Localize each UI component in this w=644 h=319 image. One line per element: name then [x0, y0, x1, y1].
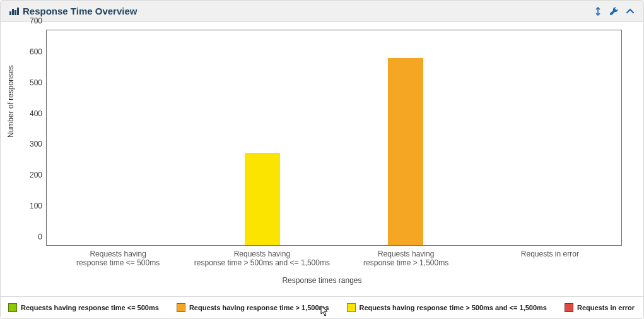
y-tick-label: 0	[38, 232, 42, 241]
y-axis-ticks: 0100200300400500600700	[21, 30, 46, 246]
y-tick-label: 300	[30, 140, 42, 148]
legend-label: Requests having response time <= 500ms	[21, 304, 159, 311]
x-tick-label: Requests havingresponse time <= 500ms	[46, 250, 190, 267]
x-axis-ticks: Requests havingresponse time <= 500msReq…	[46, 250, 622, 267]
panel-title: Response Time Overview	[9, 6, 137, 16]
x-tick-label: Requests in error	[478, 250, 622, 267]
panel-title-text: Response Time Overview	[23, 6, 137, 16]
y-tick-label: 500	[30, 78, 42, 87]
y-tick-label: 400	[30, 109, 42, 118]
y-axis-title: Number of responses	[6, 65, 15, 138]
legend-item[interactable]: Requests having response time <= 500ms	[8, 303, 159, 312]
legend-swatch	[565, 303, 573, 312]
legend: Requests having response time <= 500msRe…	[1, 296, 643, 318]
x-axis-title: Response times ranges	[9, 276, 635, 285]
chart-bar	[388, 58, 423, 245]
chart-bar	[245, 153, 280, 245]
panel-actions	[594, 7, 635, 16]
bar-chart-icon	[9, 8, 19, 15]
move-icon[interactable]	[594, 7, 602, 16]
legend-label: Requests having response time > 500ms an…	[360, 304, 547, 311]
legend-item[interactable]: Requests having response time > 1,500ms	[177, 303, 329, 312]
plot-area	[46, 30, 622, 246]
legend-label: Requests having response time > 1,500ms	[189, 304, 329, 311]
legend-swatch	[8, 303, 17, 312]
y-tick-label: 700	[30, 16, 42, 25]
panel-header: Response Time Overview	[1, 1, 643, 22]
legend-item[interactable]: Requests in error	[565, 303, 635, 312]
legend-label: Requests in error	[577, 304, 635, 311]
x-tick-label: Requests havingresponse time > 500ms and…	[190, 250, 334, 267]
panel: Response Time Overview Number of respo	[0, 0, 644, 319]
chart: Number of responses 01002003004005006007…	[9, 30, 635, 246]
y-tick-label: 600	[30, 47, 42, 56]
wrench-icon[interactable]	[609, 7, 618, 16]
legend-swatch	[177, 303, 185, 312]
y-tick-label: 200	[30, 171, 42, 179]
x-tick-label: Requests havingresponse time > 1,500ms	[334, 250, 478, 267]
y-tick-label: 100	[30, 202, 42, 210]
panel-body: Number of responses 01002003004005006007…	[1, 22, 643, 296]
legend-item[interactable]: Requests having response time > 500ms an…	[347, 303, 547, 312]
legend-swatch	[347, 303, 356, 312]
chevron-up-icon[interactable]	[626, 8, 635, 15]
